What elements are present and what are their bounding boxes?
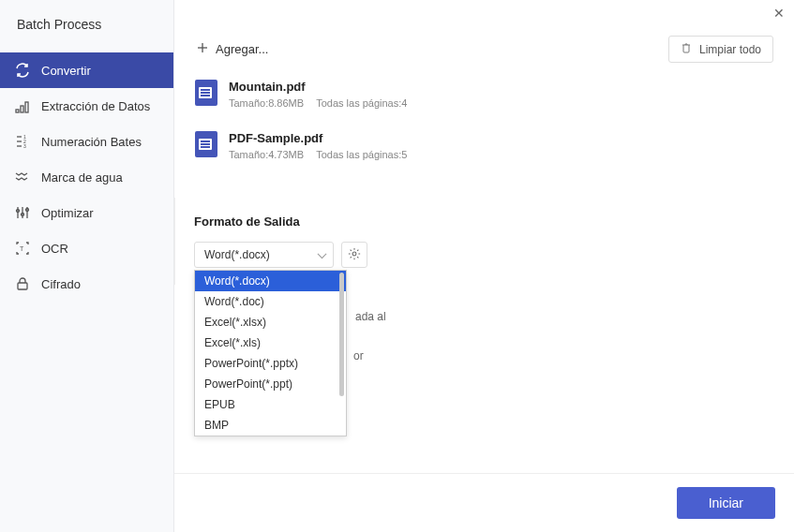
sidebar-item-convertir[interactable]: Convertir bbox=[0, 52, 173, 88]
sidebar-item-label: Cifrado bbox=[41, 277, 81, 291]
file-list: Mountain.pdf Tamaño:8.86MB Todas las pág… bbox=[174, 66, 794, 177]
page-title: Batch Process bbox=[0, 0, 173, 52]
svg-text:T: T bbox=[20, 245, 24, 252]
bates-icon: 123 bbox=[15, 134, 30, 149]
file-pages: Todas las páginas:5 bbox=[316, 149, 407, 160]
format-option[interactable]: PowerPoint(*.pptx) bbox=[195, 353, 346, 374]
format-select[interactable]: Word(*.docx) Word(*.docx) Word(*.doc) Ex… bbox=[194, 242, 334, 268]
main-area: Agregar... Limpiar todo Mountain.pdf Tam… bbox=[174, 0, 794, 532]
format-option[interactable]: Excel(*.xlsx) bbox=[195, 312, 346, 332]
right-panel: Formato de Salida Word(*.docx) Word(*.do… bbox=[174, 198, 386, 285]
file-toolbar: Agregar... Limpiar todo bbox=[174, 21, 794, 66]
sidebar-item-watermark[interactable]: Marca de agua bbox=[0, 159, 173, 195]
file-name: Mountain.pdf bbox=[229, 80, 407, 94]
hint-text-fragment: or bbox=[353, 347, 364, 365]
file-row[interactable]: Mountain.pdf Tamaño:8.86MB Todas las pág… bbox=[195, 70, 773, 122]
svg-point-19 bbox=[352, 252, 356, 256]
format-select-display[interactable]: Word(*.docx) bbox=[194, 242, 334, 268]
sidebar-item-label: Marca de agua bbox=[41, 170, 123, 185]
sidebar-item-label: Extracción de Datos bbox=[41, 99, 150, 113]
footer: Iniciar bbox=[174, 473, 794, 532]
svg-rect-16 bbox=[18, 283, 27, 289]
app-root: ✕ Batch Process Convertir Extracción de … bbox=[0, 0, 794, 532]
clear-all-label: Limpiar todo bbox=[699, 43, 761, 56]
sidebar-item-label: OCR bbox=[41, 242, 68, 256]
svg-rect-2 bbox=[25, 102, 28, 112]
encrypt-icon bbox=[15, 276, 30, 291]
add-file-button[interactable]: Agregar... bbox=[195, 37, 270, 62]
format-option[interactable]: BMP bbox=[195, 415, 346, 436]
sidebar-item-encrypt[interactable]: Cifrado bbox=[0, 266, 173, 302]
sidebar-item-optimize[interactable]: Optimizar bbox=[0, 195, 173, 230]
pdf-file-icon bbox=[195, 80, 217, 106]
gear-icon bbox=[348, 247, 361, 263]
sidebar-item-ocr[interactable]: T OCR bbox=[0, 230, 173, 266]
file-subinfo: Tamaño:4.73MB Todas las páginas:5 bbox=[229, 149, 407, 160]
format-dropdown: Word(*.docx) Word(*.doc) Excel(*.xlsx) E… bbox=[194, 270, 347, 436]
hint-text-fragment: ada al bbox=[355, 308, 386, 326]
svg-rect-0 bbox=[16, 110, 19, 112]
file-subinfo: Tamaño:8.86MB Todas las páginas:4 bbox=[229, 97, 407, 109]
format-settings-button[interactable] bbox=[341, 242, 367, 268]
sidebar-item-label: Convertir bbox=[41, 64, 91, 78]
pdf-file-icon bbox=[195, 131, 217, 157]
watermark-icon bbox=[15, 170, 30, 185]
format-option[interactable]: Word(*.docx) bbox=[195, 271, 346, 291]
sidebar-item-label: Numeración Bates bbox=[41, 135, 142, 149]
file-pages: Todas las páginas:4 bbox=[316, 97, 407, 109]
convert-icon bbox=[15, 63, 30, 78]
svg-rect-1 bbox=[21, 106, 23, 112]
svg-text:3: 3 bbox=[23, 143, 26, 149]
format-option[interactable]: EPUB bbox=[195, 394, 346, 415]
sidebar-item-bates[interactable]: 123 Numeración Bates bbox=[0, 124, 173, 159]
file-meta: Mountain.pdf Tamaño:8.86MB Todas las pág… bbox=[229, 80, 407, 109]
data-extract-icon bbox=[15, 98, 30, 113]
sidebar: Batch Process Convertir Extracción de Da… bbox=[0, 0, 174, 532]
file-name: PDF-Sample.pdf bbox=[229, 131, 407, 145]
file-row[interactable]: PDF-Sample.pdf Tamaño:4.73MB Todas las p… bbox=[195, 122, 773, 173]
ocr-icon: T bbox=[15, 241, 30, 256]
format-option[interactable]: PowerPoint(*.ppt) bbox=[195, 374, 346, 394]
file-meta: PDF-Sample.pdf Tamaño:4.73MB Todas las p… bbox=[229, 131, 407, 160]
file-size: Tamaño:4.73MB bbox=[229, 149, 304, 160]
clear-all-button[interactable]: Limpiar todo bbox=[668, 36, 773, 63]
sidebar-item-extraccion[interactable]: Extracción de Datos bbox=[0, 88, 173, 124]
format-row: Word(*.docx) Word(*.docx) Word(*.doc) Ex… bbox=[194, 242, 367, 268]
add-file-label: Agregar... bbox=[216, 42, 268, 56]
output-format-heading: Formato de Salida bbox=[194, 214, 367, 229]
file-size: Tamaño:8.86MB bbox=[229, 97, 304, 109]
format-option[interactable]: Excel(*.xls) bbox=[195, 332, 346, 353]
dropdown-scrollbar[interactable] bbox=[339, 273, 344, 396]
trash-icon bbox=[681, 42, 692, 56]
start-button[interactable]: Iniciar bbox=[677, 487, 775, 519]
optimize-icon bbox=[15, 205, 30, 220]
plus-icon bbox=[197, 42, 208, 56]
format-option[interactable]: Word(*.doc) bbox=[195, 291, 346, 312]
sidebar-item-label: Optimizar bbox=[41, 206, 94, 220]
